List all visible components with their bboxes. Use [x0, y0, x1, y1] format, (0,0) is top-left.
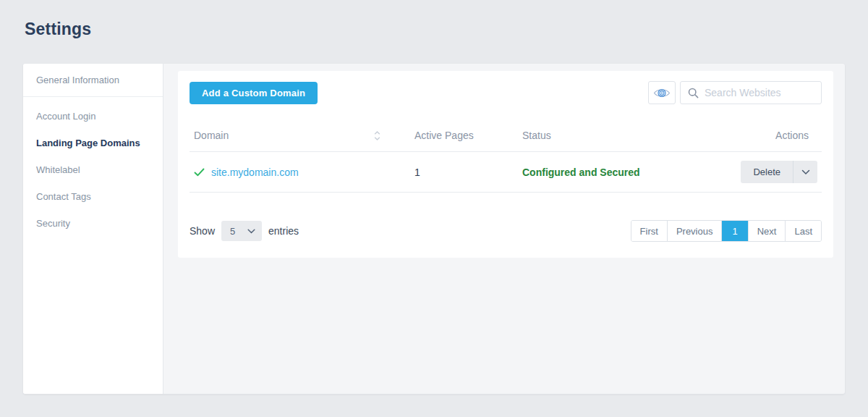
- search-websites-box: [680, 81, 822, 104]
- settings-card: General Information Account Login Landin…: [23, 64, 845, 394]
- sidebar-item-general-information[interactable]: General Information: [23, 67, 163, 97]
- eye-icon: [653, 87, 671, 99]
- entries-label: entries: [268, 225, 299, 237]
- domain-cell: site.mydomain.com: [190, 167, 410, 178]
- pagination-first-button[interactable]: First: [631, 221, 668, 241]
- pagination-next-button[interactable]: Next: [749, 221, 786, 241]
- column-header-domain[interactable]: Domain: [190, 130, 410, 141]
- search-icon: [688, 88, 699, 98]
- sidebar-item-whitelabel[interactable]: Whitelabel: [23, 156, 163, 183]
- domain-header-label: Domain: [194, 130, 229, 141]
- search-websites-input[interactable]: [705, 87, 814, 98]
- sidebar-item-account-login[interactable]: Account Login: [23, 103, 163, 130]
- show-entries: Show 5 entries: [190, 221, 299, 241]
- pagination: First Previous 1 Next Last: [631, 220, 822, 242]
- delete-split-button: Delete: [741, 161, 817, 183]
- column-header-actions: Actions: [720, 130, 822, 141]
- sidebar-item-security[interactable]: Security: [23, 210, 163, 237]
- settings-sidebar: General Information Account Login Landin…: [23, 64, 163, 394]
- select-chevron-down-icon: [247, 229, 255, 234]
- table-header-row: Domain Active Pages Status Actions: [190, 119, 822, 152]
- column-header-status: Status: [522, 130, 720, 141]
- pagination-last-button[interactable]: Last: [786, 221, 821, 241]
- page-size-select[interactable]: 5: [221, 221, 262, 241]
- column-header-active-pages: Active Pages: [410, 130, 522, 141]
- chevron-down-icon: [801, 169, 810, 175]
- page-title: Settings: [25, 20, 91, 39]
- sort-icon[interactable]: [373, 130, 381, 141]
- pagination-page-1-button[interactable]: 1: [722, 221, 748, 241]
- show-label: Show: [190, 225, 215, 237]
- page-size-value: 5: [230, 226, 235, 237]
- status-cell: Configured and Secured: [522, 167, 720, 178]
- domains-table: Domain Active Pages Status Actions: [190, 119, 822, 193]
- domains-content: Add a Custom Domain: [163, 64, 845, 394]
- status-badge: Configured and Secured: [522, 167, 640, 178]
- toolbar: Add a Custom Domain: [190, 81, 822, 104]
- sidebar-item-landing-page-domains[interactable]: Landing Page Domains: [23, 130, 163, 156]
- domain-link[interactable]: site.mydomain.com: [211, 167, 299, 178]
- delete-button[interactable]: Delete: [741, 161, 793, 183]
- add-custom-domain-button[interactable]: Add a Custom Domain: [190, 82, 318, 104]
- sidebar-item-contact-tags[interactable]: Contact Tags: [23, 183, 163, 210]
- domains-panel: Add a Custom Domain: [178, 71, 833, 258]
- table-row: site.mydomain.com 1 Configured and Secur…: [190, 152, 822, 193]
- check-icon: [194, 168, 205, 177]
- table-footer: Show 5 entries First Previous 1: [190, 220, 822, 242]
- actions-cell: Delete: [720, 161, 822, 183]
- pagination-previous-button[interactable]: Previous: [668, 221, 723, 241]
- active-pages-cell: 1: [410, 167, 522, 178]
- eye-button[interactable]: [648, 81, 676, 104]
- delete-dropdown-toggle[interactable]: [793, 161, 817, 183]
